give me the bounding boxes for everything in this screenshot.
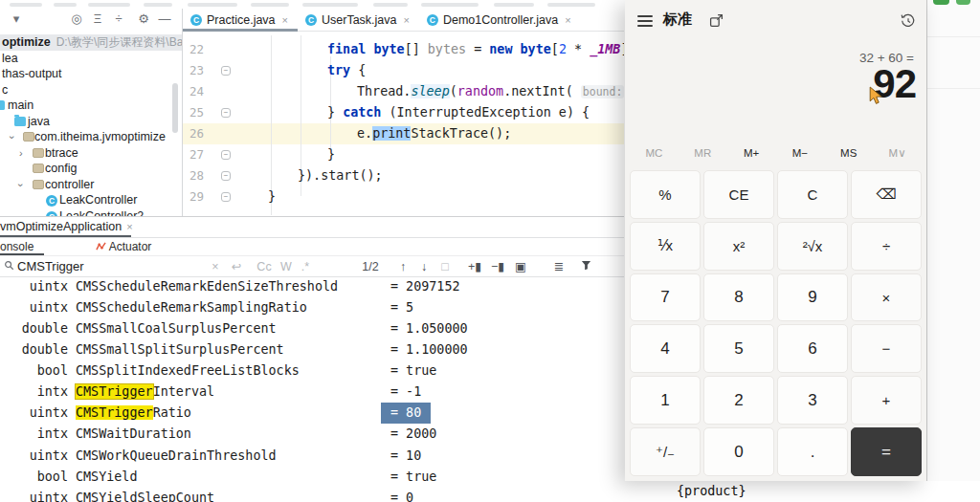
digit-8-button[interactable]: 8 — [703, 273, 774, 322]
equals-button[interactable]: = — [851, 427, 922, 476]
select-all-matches-icon[interactable]: □ — [438, 256, 452, 277]
filter-funnel-icon[interactable] — [578, 256, 593, 277]
backspace-button[interactable]: ⌫ — [851, 170, 922, 219]
digit-9-button[interactable]: 9 — [777, 273, 848, 322]
tree-scrollbar-vertical[interactable] — [172, 83, 178, 133]
tree-item-src[interactable]: c — [0, 82, 182, 98]
select-opened-file-icon[interactable]: ◎ — [69, 10, 84, 29]
chevron-collapsed-icon[interactable]: › — [19, 145, 23, 162]
clear-search-icon[interactable]: × — [209, 256, 222, 277]
code-line-27: } — [327, 144, 335, 165]
tree-item-project-root[interactable]: optimizeD:\教学\同步课程资料\BaiduSy — [0, 34, 182, 51]
run-tab-label: vmOptimizeApplication — [0, 220, 122, 233]
keep-on-top-icon[interactable] — [709, 13, 724, 28]
digit-2-button[interactable]: 2 — [703, 376, 774, 425]
class-icon: C — [427, 14, 438, 26]
memory-list-button[interactable]: M∨ — [873, 143, 922, 163]
hamburger-menu-icon[interactable] — [637, 15, 653, 27]
decimal-button[interactable]: . — [777, 427, 848, 476]
tree-item-leakcontroller[interactable]: C LeakController — [0, 192, 182, 208]
digit-4-button[interactable]: 4 — [630, 324, 701, 373]
search-icon[interactable] — [2, 256, 15, 277]
memory-subtract-button[interactable]: M− — [775, 143, 824, 163]
close-icon[interactable]: × — [126, 221, 132, 232]
add-filter-icon[interactable]: +▮ — [465, 256, 484, 277]
reciprocal-button[interactable]: ⅟x — [630, 222, 701, 271]
whole-words-toggle[interactable]: W — [278, 256, 295, 277]
square-root-button[interactable]: ²√x — [777, 222, 848, 271]
breadcrumb-segment — [10, 3, 42, 7]
newline-icon[interactable]: ↩ — [230, 256, 243, 277]
previous-match-icon[interactable]: ↑ — [396, 256, 410, 277]
green-icon-sliver — [933, 0, 949, 5]
remove-filter-icon[interactable]: −▮ — [488, 256, 507, 277]
add-button[interactable]: + — [851, 376, 922, 425]
digit-6-button[interactable]: 6 — [777, 324, 848, 373]
history-icon[interactable] — [901, 13, 916, 29]
chevron-expanded-icon[interactable]: › — [12, 184, 29, 187]
memory-clear-button[interactable]: MC — [630, 143, 679, 163]
digit-3-button[interactable]: 3 — [777, 376, 848, 425]
negate-button[interactable]: ⁺/₋ — [630, 427, 701, 476]
console-output[interactable]: uintxCMSScheduleRemarkEdenSizeThreshold=… — [0, 276, 624, 502]
tree-item-label: com.itheima.jvmoptimize — [34, 130, 166, 143]
project-panel-header: ▾ ◎ Ξ ÷ ⚙ — — [0, 10, 182, 31]
digit-0-button[interactable]: 0 — [703, 427, 774, 476]
toggle-filter-icon[interactable]: ▣ — [511, 256, 530, 277]
breadcrumb-segment — [373, 3, 408, 7]
percent-button[interactable]: % — [630, 170, 701, 219]
divide-button[interactable]: ÷ — [851, 222, 922, 271]
square-button[interactable]: x² — [703, 222, 774, 271]
digit-1-button[interactable]: 1 — [630, 376, 701, 425]
next-match-icon[interactable]: ↓ — [417, 256, 431, 277]
memory-add-button[interactable]: M+ — [727, 143, 776, 163]
tree-item-label: c — [2, 83, 8, 97]
clear-entry-button[interactable]: CE — [703, 170, 774, 219]
class-icon: C — [46, 195, 57, 207]
hide-panel-icon[interactable]: — — [157, 10, 172, 29]
tree-item-idea[interactable]: lea — [0, 51, 182, 67]
show-lines-icon[interactable]: ≣ — [551, 256, 567, 277]
fold-marker-icon[interactable]: − — [221, 150, 231, 160]
subtract-button[interactable]: − — [851, 324, 922, 373]
tab-actuator[interactable]: Actuator — [96, 238, 151, 255]
tree-item-arthas-output[interactable]: thas-output — [0, 66, 182, 82]
tree-item-controller[interactable]: › controller — [0, 177, 182, 193]
chevron-expanded-icon[interactable]: › — [4, 136, 20, 140]
match-case-toggle[interactable]: Cc — [255, 256, 274, 277]
close-icon[interactable]: × — [282, 14, 288, 26]
search-input[interactable]: CMSTrigger — [17, 256, 84, 277]
digit-5-button[interactable]: 5 — [703, 324, 774, 373]
digit-7-button[interactable]: 7 — [630, 273, 701, 322]
fold-marker-icon[interactable]: − — [221, 171, 231, 181]
tree-item-label: main — [8, 98, 33, 112]
tab-practice-java[interactable]: C Practice.java × — [183, 9, 298, 31]
project-dropdown-caret-icon[interactable]: ▾ — [10, 10, 23, 29]
settings-gear-icon[interactable]: ⚙ — [136, 10, 151, 29]
collapse-all-icon[interactable]: ÷ — [111, 10, 126, 29]
close-icon[interactable]: × — [404, 14, 410, 26]
tree-item-package-root[interactable]: › com.itheima.jvmoptimize — [0, 129, 182, 145]
run-window-tab[interactable]: vmOptimizeApplication× — [0, 217, 133, 237]
code-line-26: e.printStackTrace(); — [357, 123, 511, 144]
console-product-text: {product} — [677, 481, 746, 502]
calculator-mode-title[interactable]: 标准 — [663, 11, 692, 29]
fold-marker-icon[interactable]: − — [221, 66, 231, 76]
fold-marker-icon[interactable]: − — [221, 108, 231, 118]
fold-marker-icon[interactable]: − — [221, 192, 231, 202]
tree-item-main[interactable]: main — [0, 98, 182, 114]
multiply-button[interactable]: × — [851, 273, 922, 322]
memory-store-button[interactable]: MS — [824, 143, 873, 163]
close-icon[interactable]: × — [565, 14, 570, 26]
tree-item-leakcontroller2[interactable]: C LeakController2 — [0, 208, 182, 216]
clear-button[interactable]: C — [777, 170, 848, 219]
tree-item-java[interactable]: java — [0, 114, 182, 130]
tree-item-config[interactable]: config — [0, 161, 182, 177]
code-editor[interactable]: 22 23 24 25 26 27 28 29 − − − − − final … — [183, 32, 624, 216]
tab-usertask-java[interactable]: C UserTask.java × — [298, 9, 419, 31]
regex-toggle[interactable]: .* — [297, 256, 314, 277]
memory-recall-button[interactable]: MR — [679, 143, 727, 163]
expand-all-icon[interactable]: Ξ — [90, 10, 105, 29]
tab-demo1controller-java[interactable]: C Demo1Controller.java × — [419, 9, 581, 31]
tree-item-btrace[interactable]: › btrace — [0, 145, 182, 162]
